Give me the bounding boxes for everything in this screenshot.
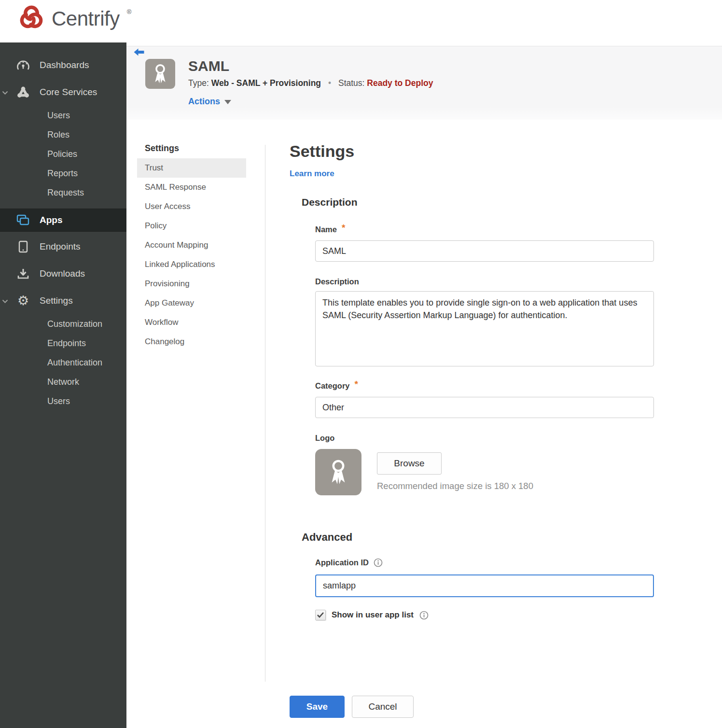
sidebar-item-apps[interactable]: Apps: [0, 209, 126, 232]
sidebar-item-roles[interactable]: Roles: [0, 125, 126, 144]
application-id-field-label: Application ID: [315, 558, 383, 567]
centrify-logo-icon: [17, 5, 45, 33]
sidebar-item-label: Policies: [47, 149, 77, 159]
sidebar-item-network[interactable]: Network: [0, 372, 126, 392]
caret-down-icon: [224, 100, 231, 104]
subnav-item-linked-applications[interactable]: Linked Applications: [137, 255, 246, 274]
sidebar-item-label: Network: [47, 377, 79, 387]
sidebar-item-label: Settings: [40, 295, 73, 306]
subnav-item-provisioning[interactable]: Provisioning: [137, 274, 246, 294]
sidebar-item-label: Apps: [40, 215, 63, 225]
show-in-user-app-list-checkbox[interactable]: [315, 610, 326, 620]
status-label: Status:: [338, 78, 364, 88]
sidebar-item-label: Roles: [47, 130, 69, 140]
sidebar-item-label: Dashboards: [40, 60, 89, 70]
dot-separator: •: [328, 78, 331, 88]
actions-label: Actions: [188, 97, 220, 107]
award-ribbon-icon: [152, 63, 168, 85]
sidebar-item-downloads[interactable]: Downloads: [0, 264, 126, 283]
sidebar-item-label: Endpoints: [40, 241, 81, 252]
page-title: Settings: [290, 142, 354, 161]
gauge-icon: [16, 59, 30, 71]
required-asterisk: *: [355, 379, 358, 390]
sidebar-item-settings[interactable]: ⚙ Settings: [0, 291, 126, 310]
chevron-down-icon: [2, 88, 8, 97]
sidebar-item-policies[interactable]: Policies: [0, 144, 126, 164]
sidebar-item-label: Downloads: [40, 268, 85, 279]
name-field-label: Name *: [315, 224, 345, 235]
description-field-label: Description: [315, 277, 359, 286]
brand-name: Centrify: [52, 7, 120, 30]
sidebar-item-users[interactable]: Users: [0, 106, 126, 125]
logo-field-label: Logo: [315, 434, 334, 443]
sidebar-item-label: Requests: [47, 188, 84, 198]
required-asterisk: *: [342, 223, 345, 233]
description-label-text: Description: [315, 277, 359, 286]
subnav-item-policy[interactable]: Policy: [137, 216, 246, 236]
save-button[interactable]: Save: [290, 696, 345, 718]
sidebar-item-label: Endpoints: [47, 338, 86, 349]
app-meta-line: Type: Web - SAML + Provisioning • Status…: [188, 78, 433, 88]
tablet-icon: [16, 240, 30, 253]
award-ribbon-icon: [328, 458, 349, 486]
sidebar-item-settings-endpoints[interactable]: Endpoints: [0, 334, 126, 353]
subnav-item-account-mapping[interactable]: Account Mapping: [137, 236, 246, 255]
category-input[interactable]: [315, 397, 654, 418]
sidebar-item-reports[interactable]: Reports: [0, 164, 126, 183]
sidebar-item-label: Customization: [47, 319, 102, 329]
browse-button[interactable]: Browse: [377, 452, 442, 475]
sidebar-item-requests[interactable]: Requests: [0, 183, 126, 202]
logo-size-hint: Recommended image size is 180 x 180: [377, 481, 533, 491]
app-title: SAML: [188, 58, 229, 74]
learn-more-link[interactable]: Learn more: [290, 169, 334, 179]
apps-icon: [16, 214, 30, 226]
gear-icon: ⚙: [16, 294, 30, 308]
application-id-input[interactable]: [315, 574, 654, 597]
sidebar-item-settings-users[interactable]: Users: [0, 392, 126, 411]
name-input[interactable]: [315, 240, 654, 262]
checkmark-icon: [317, 612, 324, 618]
type-value: Web - SAML + Provisioning: [211, 78, 321, 88]
sidebar-item-core-services[interactable]: Core Services: [0, 83, 126, 102]
brand: Centrify ®: [17, 5, 131, 33]
advanced-section-heading: Advanced: [302, 531, 352, 544]
actions-dropdown[interactable]: Actions: [188, 97, 231, 107]
app-logo-icon: [145, 59, 175, 89]
logo-label-text: Logo: [315, 434, 334, 443]
subnav-item-changelog[interactable]: Changelog: [137, 332, 246, 351]
info-icon[interactable]: [374, 558, 383, 567]
show-in-user-app-list-label: Show in user app list: [332, 610, 414, 620]
registered-mark: ®: [127, 8, 132, 15]
back-arrow-icon[interactable]: [133, 48, 145, 59]
type-label: Type:: [188, 78, 209, 88]
application-id-label-text: Application ID: [315, 558, 369, 567]
sidebar-item-endpoints[interactable]: Endpoints: [0, 237, 126, 256]
centrify-admin-page: Centrify ® Dashboards: [0, 0, 722, 728]
show-in-user-app-list-row: Show in user app list: [315, 610, 429, 620]
sidebar-item-label: Users: [47, 111, 70, 121]
status-value: Ready to Deploy: [367, 78, 433, 88]
info-icon[interactable]: [419, 611, 429, 620]
sidebar-item-dashboards[interactable]: Dashboards: [0, 56, 126, 75]
logo-preview: [315, 449, 361, 495]
download-icon: [16, 267, 30, 280]
category-field-label: Category *: [315, 380, 358, 391]
chevron-down-icon: [2, 296, 8, 305]
vertical-divider: [265, 145, 265, 682]
name-label-text: Name: [315, 225, 337, 234]
top-header: Centrify ®: [0, 0, 722, 42]
sidebar-item-customization[interactable]: Customization: [0, 314, 126, 334]
sidebar-item-label: Authentication: [47, 358, 102, 368]
description-section-heading: Description: [302, 196, 358, 208]
sidebar-item-label: Core Services: [40, 87, 97, 98]
subnav-item-user-access[interactable]: User Access: [137, 197, 246, 216]
subnav-item-saml-response[interactable]: SAML Response: [137, 178, 246, 197]
subnav-item-workflow[interactable]: Workflow: [137, 313, 246, 332]
cancel-button[interactable]: Cancel: [352, 696, 414, 718]
subnav-item-trust[interactable]: Trust: [137, 158, 246, 178]
subnav-item-app-gateway[interactable]: App Gateway: [137, 294, 246, 313]
sidebar: Dashboards Core Services Users Roles Pol…: [0, 42, 126, 728]
sidebar-item-label: Users: [47, 396, 70, 406]
description-textarea[interactable]: This template enables you to provide sin…: [315, 291, 654, 366]
sidebar-item-authentication[interactable]: Authentication: [0, 353, 126, 372]
